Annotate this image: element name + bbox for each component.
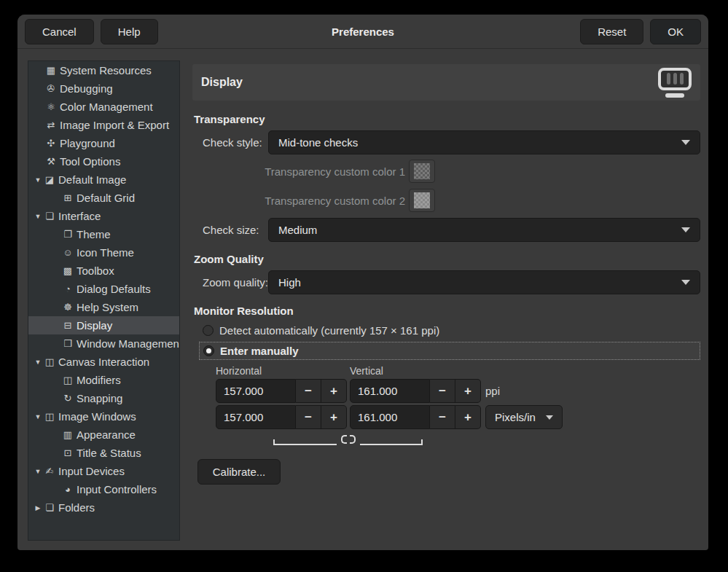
sidebar-item-label: Window Management: [77, 337, 180, 350]
title-status-icon: ⊡: [61, 447, 74, 458]
detect-automatically-label: Detect automatically (currently 157 × 16…: [219, 324, 439, 337]
chevron-down-icon: [681, 227, 690, 232]
horizontal-ppi-decrement-button[interactable]: −: [296, 379, 321, 403]
sidebar-item-help-system[interactable]: ☸Help System: [28, 298, 179, 316]
icon-theme-icon: ☺: [61, 247, 74, 258]
image-import-export-icon: ⇄: [44, 120, 58, 130]
sidebar-item-label: Tool Options: [60, 155, 120, 168]
sidebar-item-label: Dialog Defaults: [77, 283, 151, 295]
resolution-unit-dropdown[interactable]: Pixels/in: [485, 405, 563, 429]
sidebar-item-label: Theme: [77, 228, 111, 240]
sidebar-item-label: Playground: [60, 137, 115, 149]
reset-button[interactable]: Reset: [580, 19, 643, 44]
resolution-unit-value: Pixels/in: [495, 411, 536, 423]
monitor-resolution-heading: Monitor Resolution: [194, 305, 294, 317]
toolbox-icon: ▩: [61, 265, 74, 276]
appearance-icon: ▥: [61, 429, 74, 440]
vertical-label: Vertical: [350, 365, 383, 377]
sidebar-item-toolbox[interactable]: ▩Toolbox: [28, 262, 179, 280]
expander-open-icon[interactable]: ▼: [33, 468, 43, 475]
sidebar-item-window-management[interactable]: ❒Window Management: [28, 334, 179, 353]
sidebar-item-color-management[interactable]: ⚛Color Management: [28, 98, 179, 116]
sidebar-item-interface[interactable]: ▼❏Interface: [28, 207, 179, 225]
horizontal-ppi-input[interactable]: 157.000: [216, 379, 296, 403]
checkerboard-swatch-icon: [414, 163, 430, 179]
titlebar: Cancel Help Preferences Reset OK: [17, 15, 708, 49]
vertical-ppi-input[interactable]: 161.000: [350, 379, 430, 403]
sidebar-item-snapping[interactable]: ↻Snapping: [28, 389, 179, 407]
sidebar-item-folders[interactable]: ▶❏Folders: [28, 498, 179, 517]
expander-open-icon[interactable]: ▼: [33, 176, 43, 184]
calibrate-button[interactable]: Calibrate...: [197, 459, 281, 485]
sidebar-item-image-windows[interactable]: ▼◫Image Windows: [28, 407, 179, 426]
help-system-icon: ☸: [61, 302, 74, 313]
zoom-quality-label: Zoom quality:: [203, 276, 268, 289]
custom-color-1-swatch[interactable]: [409, 160, 435, 183]
sidebar-item-label: Default Image: [58, 173, 126, 186]
expander-closed-icon[interactable]: ▶: [33, 504, 43, 512]
interface-icon: ❏: [43, 211, 56, 222]
sidebar-item-default-image[interactable]: ▼◪Default Image: [28, 171, 179, 189]
sidebar-item-label: Modifiers: [77, 374, 121, 386]
vertical-pixels-increment-button[interactable]: +: [455, 405, 481, 429]
ok-button[interactable]: OK: [650, 19, 701, 44]
custom-color-2-label: Transparency custom color 2: [251, 195, 405, 207]
check-style-dropdown[interactable]: Mid-tone checks: [268, 130, 700, 154]
resolution-chain-toggle[interactable]: [273, 434, 423, 445]
sidebar-item-label: Image Windows: [58, 410, 136, 423]
sidebar-item-debugging[interactable]: ✇Debugging: [28, 79, 179, 98]
snapping-icon: ↻: [61, 393, 74, 404]
sidebar-item-system-resources[interactable]: ▦System Resources: [28, 61, 179, 79]
vertical-ppi-increment-button[interactable]: +: [455, 379, 481, 403]
sidebar-item-label: Default Grid: [77, 192, 135, 204]
horizontal-ppi-increment-button[interactable]: +: [321, 379, 347, 403]
help-button[interactable]: Help: [101, 19, 158, 44]
sidebar-item-label: Image Import & Export: [60, 119, 169, 131]
sidebar-item-playground[interactable]: ✣Playground: [28, 134, 179, 152]
sidebar-item-input-devices[interactable]: ▼✍Input Devices: [28, 462, 179, 480]
sidebar-item-image-import-export[interactable]: ⇄Image Import & Export: [28, 116, 179, 134]
panel-header: Display: [192, 64, 700, 101]
vertical-ppi-decrement-button[interactable]: −: [430, 379, 455, 403]
chevron-down-icon: [681, 280, 690, 285]
sidebar-item-appearance[interactable]: ▥Appearance: [28, 426, 179, 444]
sidebar-item-label: Title & Status: [77, 447, 141, 459]
sidebar-item-dialog-defaults[interactable]: ◔Dialog Defaults: [28, 280, 179, 298]
expander-open-icon[interactable]: ▼: [33, 413, 43, 420]
zoom-quality-dropdown[interactable]: High: [268, 270, 700, 294]
sidebar-item-input-controllers[interactable]: ◕Input Controllers: [28, 480, 179, 498]
expander-open-icon[interactable]: ▼: [33, 359, 43, 366]
sidebar-item-modifiers[interactable]: ◫Modifiers: [28, 371, 179, 389]
sidebar-item-label: Icon Theme: [77, 246, 134, 259]
enter-manually-radio[interactable]: Enter manually: [199, 342, 700, 360]
sidebar-item-label: Display: [77, 319, 112, 332]
vertical-pixels-decrement-button[interactable]: −: [430, 405, 455, 429]
cancel-button[interactable]: Cancel: [25, 19, 94, 44]
sidebar-item-label: Color Management: [60, 101, 153, 113]
horizontal-pixels-input[interactable]: 157.000: [216, 405, 296, 429]
sidebar-item-canvas-interaction[interactable]: ▼◫Canvas Interaction: [28, 353, 179, 371]
debugging-icon: ✇: [44, 83, 58, 94]
sidebar-item-theme[interactable]: ❐Theme: [28, 225, 179, 243]
horizontal-pixels-increment-button[interactable]: +: [321, 405, 347, 429]
expander-open-icon[interactable]: ▼: [33, 213, 43, 220]
sidebar-item-label: Appearance: [77, 428, 136, 441]
sidebar-item-tool-options[interactable]: ⚒Tool Options: [28, 152, 179, 171]
chain-line-right: [360, 439, 423, 445]
custom-color-2-swatch[interactable]: [409, 189, 435, 212]
detect-automatically-radio[interactable]: Detect automatically (currently 157 × 16…: [203, 322, 439, 339]
transparency-heading: Transparency: [194, 113, 265, 125]
sidebar-item-default-grid[interactable]: ⊞Default Grid: [28, 189, 179, 207]
zoom-quality-heading: Zoom Quality: [194, 253, 264, 265]
horizontal-pixels-decrement-button[interactable]: −: [296, 405, 321, 429]
sidebar-item-label: Snapping: [77, 392, 122, 404]
display-monitor-icon: [658, 68, 692, 98]
sidebar-item-icon-theme[interactable]: ☺Icon Theme: [28, 243, 179, 262]
vertical-pixels-input[interactable]: 161.000: [350, 405, 430, 429]
chain-line-left: [273, 439, 337, 445]
sidebar-item-title-status[interactable]: ⊡Title & Status: [28, 444, 179, 462]
check-size-dropdown[interactable]: Medium: [268, 218, 700, 242]
input-controllers-icon: ◕: [61, 484, 74, 495]
sidebar-item-display[interactable]: ⊟Display: [28, 316, 179, 334]
preferences-category-tree: ▦System Resources✇Debugging⚛Color Manage…: [28, 60, 180, 541]
